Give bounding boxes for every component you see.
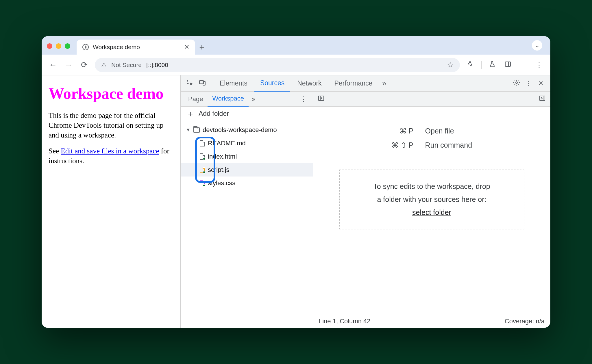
plus-icon: ＋ <box>186 108 195 119</box>
security-label: Not Secure <box>111 62 142 68</box>
bookmark-star-icon[interactable]: ☆ <box>447 60 454 69</box>
p2-prefix: See <box>49 147 61 155</box>
browser-toolbar: ← → ⟳ ⚠ Not Secure [::]:8000 ☆ ⋮ <box>42 55 550 75</box>
tab-elements[interactable]: Elements <box>214 75 253 92</box>
tree-folder[interactable]: ▼ devtools-workspace-demo <box>181 123 313 137</box>
tab-strip: Workspace demo ✕ ＋ ⌄ <box>42 36 550 55</box>
maximize-window-button[interactable] <box>65 43 70 49</box>
back-button[interactable]: ← <box>48 60 58 70</box>
run-command-label: Run command <box>425 141 472 149</box>
page-paragraph-1: This is the demo page for the official C… <box>49 111 173 140</box>
add-folder-label: Add folder <box>199 110 229 118</box>
content-area: Workspace demo This is the demo page for… <box>42 75 550 328</box>
add-folder-button[interactable]: ＋ Add folder <box>181 107 313 121</box>
open-file-label: Open file <box>425 127 472 135</box>
dropzone-line1: To sync edits to the workspace, drop <box>352 180 512 193</box>
dropzone-line2: a folder with your sources here or: <box>352 193 512 206</box>
sources-body: Page Workspace » ⋮ ＋ Add folder ▼ devtoo <box>181 92 550 328</box>
folder-name: devtools-workspace-demo <box>203 126 277 134</box>
side-panel-icon[interactable] <box>503 61 513 69</box>
editor-toolbar <box>313 92 550 107</box>
editor-statusbar: Line 1, Column 42 Coverage: n/a <box>313 314 550 328</box>
devtools-menu-icon[interactable]: ⋮ <box>523 80 534 87</box>
shortcuts-grid: ⌘ P Open file ⌘ ⇧ P Run command <box>391 127 472 149</box>
close-window-button[interactable] <box>47 43 52 49</box>
window-controls <box>47 43 77 55</box>
more-tabs-icon[interactable]: » <box>379 79 389 88</box>
labs-icon[interactable] <box>487 61 497 69</box>
forward-button[interactable]: → <box>64 60 73 70</box>
annotation-highlight <box>195 137 215 183</box>
reload-button[interactable]: ⟳ <box>79 60 89 70</box>
devtools-panel: Elements Sources Network Performance » ⋮… <box>180 75 550 328</box>
close-tab-icon[interactable]: ✕ <box>184 43 189 51</box>
sources-navigator: Page Workspace » ⋮ ＋ Add folder ▼ devtoo <box>181 92 313 328</box>
run-command-keys: ⌘ ⇧ P <box>391 141 414 149</box>
browser-window: Workspace demo ✕ ＋ ⌄ ← → ⟳ ⚠ Not Secure … <box>42 36 550 328</box>
chrome-menu-button[interactable]: ⋮ <box>534 61 544 69</box>
extensions-icon[interactable] <box>466 61 476 69</box>
coverage-status: Coverage: n/a <box>505 317 545 325</box>
cursor-position: Line 1, Column 42 <box>319 317 371 325</box>
show-debugger-icon[interactable] <box>539 95 546 103</box>
tab-performance[interactable]: Performance <box>329 75 378 92</box>
tab-sources[interactable]: Sources <box>254 75 290 92</box>
svg-rect-0 <box>505 62 510 66</box>
inspect-element-icon[interactable] <box>185 79 196 88</box>
subtab-workspace[interactable]: Workspace <box>208 92 249 107</box>
device-toolbar-icon[interactable] <box>197 79 208 88</box>
editor-empty-state: ⌘ P Open file ⌘ ⇧ P Run command To sync … <box>313 107 550 314</box>
show-navigator-icon[interactable] <box>318 95 325 103</box>
tab-title: Workspace demo <box>93 44 180 51</box>
mapped-dot-icon <box>203 184 206 187</box>
navigator-menu-icon[interactable]: ⋮ <box>297 95 310 103</box>
more-subtabs-icon[interactable]: » <box>249 95 258 103</box>
page-heading: Workspace demo <box>49 85 173 103</box>
devtools-close-icon[interactable]: ✕ <box>535 80 546 87</box>
devtools-tabstrip: Elements Sources Network Performance » ⋮… <box>181 75 550 92</box>
workspace-dropzone[interactable]: To sync edits to the workspace, drop a f… <box>339 170 524 229</box>
editor-pane: ⌘ P Open file ⌘ ⇧ P Run command To sync … <box>313 92 550 328</box>
tab-search-button[interactable]: ⌄ <box>532 40 542 51</box>
globe-icon <box>82 44 89 50</box>
subtab-page[interactable]: Page <box>184 92 208 107</box>
tab-network[interactable]: Network <box>291 75 327 92</box>
browser-tab[interactable]: Workspace demo ✕ <box>77 40 195 55</box>
warning-icon: ⚠ <box>101 62 107 68</box>
minimize-window-button[interactable] <box>56 43 61 49</box>
select-folder-link[interactable]: select folder <box>412 208 451 216</box>
file-tree: ▼ devtools-workspace-demo README.md inde… <box>181 121 313 192</box>
tutorial-link[interactable]: Edit and save files in a workspace <box>61 147 159 155</box>
toolbar-separator <box>481 61 482 69</box>
page-paragraph-2: See Edit and save files in a workspace f… <box>49 146 173 166</box>
navigator-tabs: Page Workspace » ⋮ <box>181 92 313 107</box>
disclosure-triangle-icon[interactable]: ▼ <box>186 127 190 133</box>
devtools-settings-icon[interactable] <box>511 79 522 88</box>
folder-icon <box>193 127 200 133</box>
page-content: Workspace demo This is the demo page for… <box>42 75 180 328</box>
omnibox[interactable]: ⚠ Not Secure [::]:8000 ☆ <box>95 58 460 72</box>
url-text: [::]:8000 <box>146 62 168 68</box>
new-tab-button[interactable]: ＋ <box>195 40 208 55</box>
svg-point-5 <box>516 82 517 83</box>
open-file-keys: ⌘ P <box>391 127 414 135</box>
devtools-separator <box>211 79 211 88</box>
